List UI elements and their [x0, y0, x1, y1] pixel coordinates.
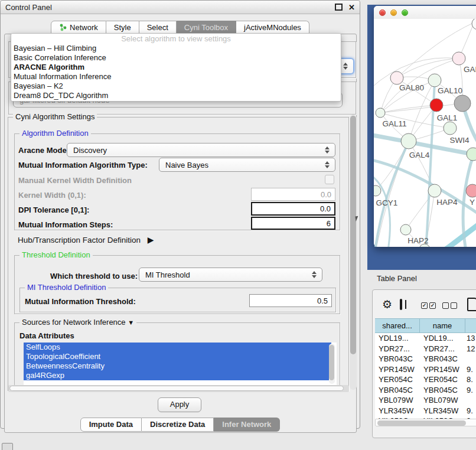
network-node-GAL10[interactable]	[428, 74, 441, 87]
network-node-red-node[interactable]	[430, 99, 443, 112]
algorithm-option[interactable]: Bayesian – Hill Climbing	[11, 44, 341, 53]
threshold-definition-frame: Threshold Definition Which threshold to …	[14, 255, 340, 314]
hub-definition-toggle[interactable]: Hub/Transcription Factor Definition ▶	[18, 235, 154, 244]
tab-jactivemnodules[interactable]: jActiveMNodules	[236, 21, 309, 34]
algorithm-option[interactable]: Bayesian – K2	[11, 81, 341, 91]
data-attribute-item[interactable]: BetweennessCentrality	[24, 361, 331, 371]
table-cell: YBR043C	[420, 354, 465, 364]
mi-algorithm-type-combobox[interactable]: Naive Bayes	[159, 158, 335, 172]
attributes-list-scrollbar[interactable]	[329, 344, 335, 384]
column-header[interactable]: A	[465, 318, 476, 333]
table-cell: YPR145W	[375, 364, 420, 375]
gear-icon[interactable]: ⚙	[382, 299, 392, 310]
mi-steps-field[interactable]: 6	[251, 217, 335, 230]
node-table: shared...nameAYDL19...YDL19...13YDR27...…	[375, 318, 476, 426]
tab-style[interactable]: Style	[106, 21, 139, 34]
network-node-label: Y	[470, 198, 475, 207]
table-cell: YER054C	[375, 374, 420, 385]
settings-scrollbar[interactable]	[350, 115, 357, 390]
data-attribute-item[interactable]: gal4RGexp	[24, 371, 331, 380]
tab-select[interactable]: Select	[139, 21, 177, 34]
network-node-label: HAP4	[436, 198, 458, 207]
table-cell: 9.	[465, 364, 476, 375]
table-cell: YLR345W	[375, 406, 420, 416]
algorithm-option[interactable]: Dream8 DC_TDC Algorithm	[11, 91, 341, 100]
manual-kernel-width-label: Manual Kernel Width Definition	[18, 176, 132, 185]
mi-algorithm-type-label: Mutual Information Algorithm Type:	[18, 161, 148, 169]
column-header[interactable]: shared...	[375, 318, 420, 333]
network-node-HAP2[interactable]	[400, 224, 411, 235]
which-threshold-combobox[interactable]: MI Threshold	[139, 268, 322, 282]
network-node-GCY1[interactable]	[374, 185, 381, 196]
table-row[interactable]: YBL079WYBL079W	[375, 395, 476, 406]
network-window-titlebar[interactable]	[374, 6, 476, 19]
table-row[interactable]: YER054CYER054C8.	[375, 374, 476, 385]
sources-title[interactable]: Sources for Network Inference ▼	[19, 318, 136, 327]
algorithm-option[interactable]: Basic Correlation Inference	[11, 53, 341, 63]
algorithm-option[interactable]: ARACNE Algorithm	[11, 63, 341, 72]
tab-label: Cyni Toolbox	[184, 21, 228, 34]
close-icon[interactable]: ✕	[348, 4, 355, 11]
data-attribute-item[interactable]: SelfLoops	[24, 343, 331, 352]
network-node-GAL80[interactable]	[390, 71, 403, 84]
mi-threshold-field[interactable]: 0.5	[249, 294, 332, 307]
control-panel-titlebar[interactable]: Control Panel ✕	[1, 1, 360, 14]
network-node-label: GCY1	[376, 198, 398, 207]
stepper-arrows-icon	[312, 271, 317, 278]
network-node-label: GAL	[464, 65, 476, 74]
algorithm-popup-prompt: Select algorithm to view settings	[11, 34, 341, 44]
network-node-HAP4[interactable]	[428, 184, 441, 197]
network-node-gal-pink[interactable]	[452, 52, 465, 65]
minimize-traffic-light-icon[interactable]	[390, 9, 397, 16]
network-node-label: HAP2	[407, 236, 428, 245]
settings-hscrollbar[interactable]	[8, 385, 349, 392]
table-cell: YDL19...	[420, 333, 465, 344]
close-traffic-light-icon[interactable]	[379, 9, 386, 16]
table-row[interactable]: YDL19...YDL19...13	[375, 333, 476, 344]
corner-widget[interactable]	[2, 443, 13, 450]
select-all-icon[interactable]: ✓✓	[421, 302, 436, 309]
apply-button-label: Apply	[170, 400, 190, 409]
tab-cyni-toolbox[interactable]: Cyni Toolbox	[177, 21, 236, 34]
sources-title-text: Sources for Network Inference	[22, 318, 126, 327]
network-canvas[interactable]: GALGAL80GAL10GAL1GAL11SWI4GAL4GCY1HAP4YH…	[374, 19, 476, 247]
network-node-GAL1[interactable]	[444, 122, 457, 135]
tab-label: Style	[114, 21, 131, 34]
column-header[interactable]: name	[420, 318, 465, 333]
table-row[interactable]: YLR345WYLR345W9.	[375, 406, 476, 416]
cyni-algorithm-settings-title: Cyni Algorithm Settings	[13, 112, 97, 121]
dpi-tolerance-field[interactable]: 0.0	[251, 202, 335, 216]
stepper-arrows-icon	[325, 146, 330, 154]
zoom-traffic-light-icon[interactable]	[402, 9, 408, 16]
network-node-GAL11[interactable]	[376, 108, 385, 118]
float-window-icon[interactable]	[335, 4, 343, 11]
columns-icon[interactable]	[400, 299, 402, 310]
bottom-tab-infer-network[interactable]: Infer Network	[214, 418, 280, 432]
network-node-SWI4[interactable]	[467, 148, 476, 161]
network-node-partial-top[interactable]	[472, 19, 476, 30]
bottom-tab-impute-data[interactable]: Impute Data	[80, 418, 142, 432]
table-row[interactable]: YBR045CYBR045C9.	[375, 385, 476, 396]
apply-button[interactable]: Apply	[158, 397, 201, 412]
table-row[interactable]: YBR043CYBR043C	[375, 354, 476, 364]
kernel-width-field[interactable]: 0.0	[251, 188, 335, 201]
table-row[interactable]: YDR27...YDR27...12	[375, 344, 476, 354]
tab-label: jActiveMNodules	[244, 21, 301, 34]
tab-network[interactable]: Network	[51, 21, 106, 34]
network-node-GAL4[interactable]	[401, 133, 416, 149]
mi-algorithm-type-value: Naive Bayes	[165, 161, 208, 169]
deselect-all-icon[interactable]	[442, 302, 457, 309]
algorithm-option[interactable]: Mutual Information Inference	[11, 72, 341, 81]
data-attribute-item[interactable]: TopologicalCoefficient	[24, 352, 331, 361]
table-row[interactable]: YPR145WYPR145W9.	[375, 364, 476, 375]
network-node-gray-node[interactable]	[454, 95, 471, 112]
algorithm-definition-title: Algorithm Definition	[19, 129, 91, 138]
algorithm-definition-frame: Algorithm Definition Aracne Mode: Discov…	[14, 133, 340, 230]
file-icon[interactable]	[467, 298, 476, 311]
manual-kernel-width-checkbox[interactable]	[325, 175, 334, 184]
table-hscrollbar[interactable]	[375, 419, 476, 426]
aracne-mode-combobox[interactable]: Discovery	[67, 143, 335, 157]
table-cell: 8.	[465, 374, 476, 385]
bottom-tab-discretize-data[interactable]: Discretize Data	[142, 418, 214, 432]
network-node-pink-right[interactable]	[466, 184, 476, 197]
